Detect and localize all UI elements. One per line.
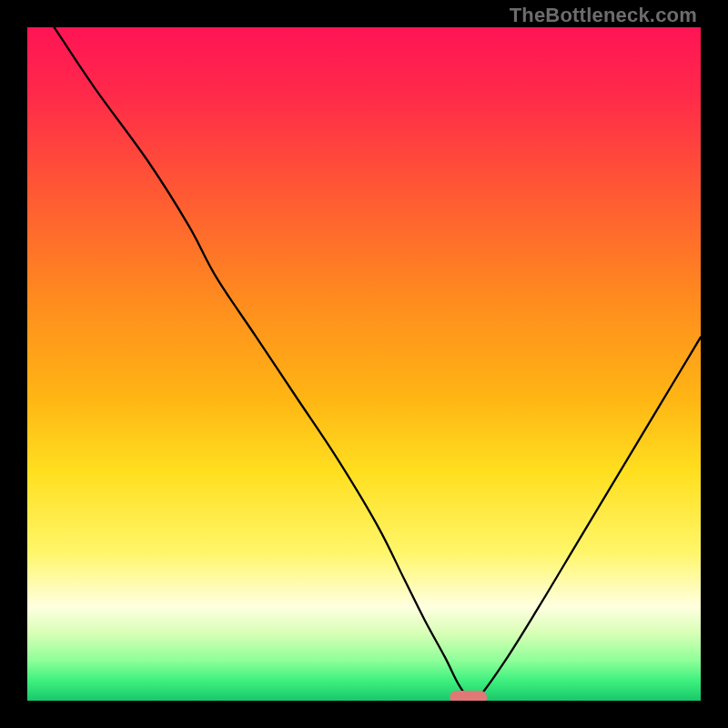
chart-overlay: [27, 27, 701, 701]
chart-frame: TheBottleneck.com: [0, 0, 728, 728]
chart-plot-area: [27, 27, 701, 701]
optimal-marker: [450, 691, 487, 701]
watermark-text: TheBottleneck.com: [510, 4, 697, 27]
bottleneck-curve: [55, 27, 701, 701]
